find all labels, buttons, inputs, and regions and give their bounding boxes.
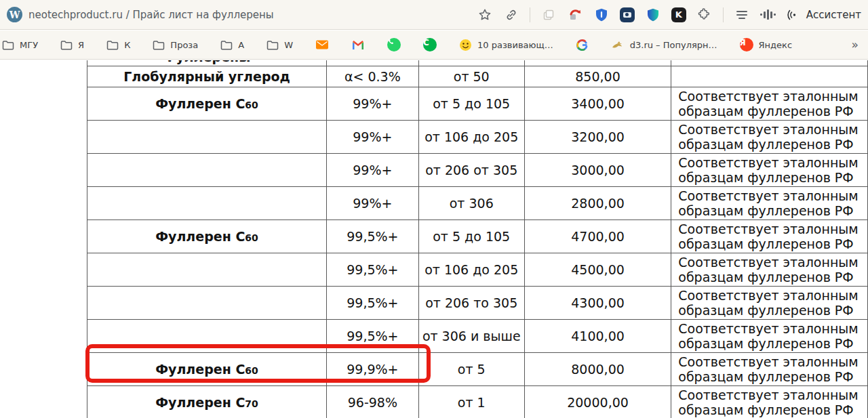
bookmark-item-label: d3.ru – Популярн… [630, 40, 717, 50]
cell-quantity: от 206 то 305 [418, 287, 524, 320]
folder-icon [106, 40, 119, 50]
price-table-wrap: ФуллереныГлобулярный углеродα< 0.3%от 50… [87, 60, 868, 418]
cell-quantity: от 5 до 105 [418, 220, 524, 253]
cell-product-name [87, 287, 327, 320]
shield-info-icon[interactable] [593, 7, 610, 23]
table-row: 99,5%+от 206 то 3054300,00Соответствует … [87, 287, 868, 320]
clipped-text: Фуллерены [87, 60, 326, 64]
bookmark-folder[interactable]: W [267, 40, 293, 50]
cell-purity: 99,9%+ [327, 353, 419, 386]
cell-quantity: от 5 до 105 [418, 87, 524, 121]
bookmark-item[interactable] [387, 38, 401, 51]
cell-quantity [418, 60, 524, 66]
adguard-icon[interactable] [645, 7, 661, 23]
table-row: 99%+от 206 от 3053000,00Соответствует эт… [87, 154, 868, 187]
cell-purity [327, 60, 419, 66]
bookmark-folder[interactable]: Я [60, 40, 84, 50]
page-title: neotechproduct.ru / Прайс лист на фуллер… [28, 9, 274, 21]
cell-quantity: от 5 [418, 353, 524, 386]
bookmark-item[interactable]: d3.ru – Популярн… [611, 39, 717, 50]
table-row: 99%+от 3062800,00Соответствует эталонным… [87, 187, 868, 220]
folder-icon [267, 40, 279, 50]
c-circle-icon: C [423, 38, 437, 51]
tabs-copy-icon[interactable] [540, 7, 557, 23]
cell-product-name [87, 253, 327, 287]
table-row: 99,5%+от 306 и выше4100,00Соответствует … [87, 320, 868, 353]
cell-product-name: Фуллерен С60 [87, 220, 327, 253]
equalizer-icon[interactable] [760, 7, 776, 23]
bookmark-folder-label: W [284, 40, 293, 50]
cell-product-name: Фуллерен С60 [87, 87, 327, 121]
cell-product-name [87, 187, 327, 220]
bookmark-item[interactable]: C [423, 38, 437, 51]
table-row: Фуллерен С6099%+от 5 до 1053400,00Соотве… [87, 87, 868, 121]
bookmark-item[interactable]: 10 развивающ… [459, 39, 553, 51]
extensions-puzzle-icon[interactable] [696, 7, 713, 23]
cell-note: Соответствует эталонным образцам фуллере… [671, 253, 868, 287]
cell-price: 3400,00 [524, 87, 671, 121]
bookmark-folder[interactable]: МГУ [2, 40, 38, 50]
bookmarks-overflow-chevron[interactable]: » [852, 38, 859, 51]
table-row-highlighted: Фуллерен С6099,9%+от 58000,00Соответству… [87, 353, 868, 386]
wordpress-site-icon: W [7, 7, 22, 22]
reader-menu-icon[interactable] [734, 7, 750, 23]
bookmark-folder-label: Я [78, 40, 84, 50]
page-content: ФуллереныГлобулярный углеродα< 0.3%от 50… [0, 60, 868, 418]
cell-purity: 96-98% [327, 386, 419, 418]
cell-note: Соответствует эталонным образцам фуллере… [671, 87, 868, 121]
cell-product-name [87, 320, 327, 353]
bookmark-folder-label: МГУ [20, 40, 38, 50]
bookmark-folder[interactable]: Проза [153, 40, 198, 50]
cell-quantity: от 206 от 305 [418, 154, 524, 187]
cell-price: 3200,00 [524, 121, 671, 154]
d3-bird-icon [611, 39, 625, 50]
bookmark-item[interactable] [315, 39, 329, 50]
cell-price: 8000,00 [524, 353, 671, 386]
gmail-icon [351, 39, 365, 50]
bookmark-item[interactable]: ЯЯндекс [740, 38, 793, 51]
cell-price: 4700,00 [524, 220, 671, 253]
bookmark-item-label: 10 развивающ… [477, 40, 553, 50]
cell-price: 4100,00 [524, 320, 671, 353]
cell-note: Соответствует эталонным образцам фуллере… [671, 320, 868, 353]
bookmark-star-icon[interactable] [477, 7, 493, 23]
assistant-button[interactable]: Ассистент [787, 7, 861, 22]
bookmark-item[interactable] [351, 39, 365, 50]
cell-quantity: от 1 [418, 386, 524, 418]
savefrom-icon[interactable] [567, 7, 583, 23]
bookmark-folder[interactable]: А [220, 40, 244, 50]
assistant-label: Ассистент [806, 9, 861, 21]
folder-icon [153, 40, 165, 50]
bookmark-folder-label: Проза [170, 40, 198, 50]
site-title-area: W neotechproduct.ru / Прайс лист на фулл… [7, 7, 274, 22]
toolbar-divider [530, 7, 530, 22]
cell-note: Соответствует эталонным образцам фуллере… [671, 386, 868, 418]
browser-toolbar: W neotechproduct.ru / Прайс лист на фулл… [0, 0, 868, 30]
folder-icon [60, 40, 73, 50]
cell-quantity: от 106 до 205 [418, 121, 524, 154]
table-row-partial-top: Фуллерены [87, 60, 868, 66]
copy-link-icon[interactable] [503, 7, 519, 23]
bookmarks-bar: МГУЯКПрозаАWC10 развивающ…d3.ru – Популя… [0, 30, 868, 60]
cell-quantity: от 306 [418, 187, 524, 220]
bookmark-folder[interactable]: К [106, 40, 130, 50]
cell-purity: 99,5%+ [327, 253, 419, 287]
folder-icon [220, 40, 233, 50]
cell-quantity: от 106 до 205 [418, 253, 524, 287]
cell-purity: 99%+ [327, 121, 419, 154]
cell-product-name: Фуллерен С60 [87, 353, 327, 386]
camera-blocker-icon[interactable] [620, 7, 635, 22]
kaspersky-icon[interactable]: K [671, 7, 686, 22]
cell-product-name: Фуллерены [87, 60, 327, 66]
cell-note: Соответствует эталонным образцам фуллере… [671, 187, 868, 220]
cell-price [524, 60, 671, 66]
cell-product-name: Глобулярный углерод [87, 66, 327, 87]
cell-product-name [87, 121, 327, 154]
price-table: ФуллереныГлобулярный углеродα< 0.3%от 50… [87, 60, 868, 418]
table-row: 99,5%+от 106 до 2054500,00Соответствует … [87, 253, 868, 287]
bookmark-item[interactable] [576, 39, 589, 51]
cell-price: 20000,00 [524, 386, 671, 418]
table-row: Фуллерен С6099,5%+от 5 до 1054700,00Соот… [87, 220, 868, 253]
cell-purity: 99,5%+ [327, 287, 419, 320]
smiley-icon [459, 39, 472, 51]
